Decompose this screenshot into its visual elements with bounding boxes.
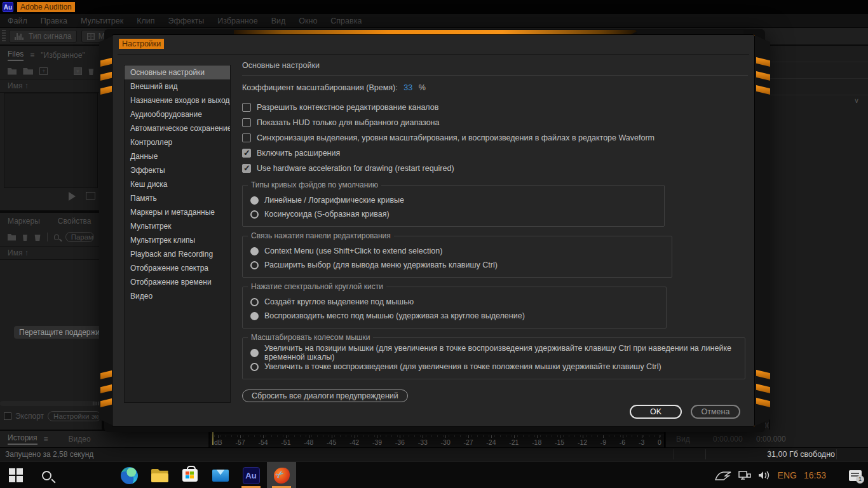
selected-radio[interactable] <box>250 247 259 255</box>
meter-tick-label: -24 <box>486 436 496 446</box>
preferences-category-item[interactable]: Мультитрек <box>125 219 230 233</box>
preferences-category-item[interactable]: Контроллер <box>125 135 230 149</box>
files-name-column[interactable]: Имя ↑ <box>0 79 102 93</box>
preferences-category-item[interactable]: Основные настройки <box>125 65 230 79</box>
new-file-icon[interactable]: + <box>39 67 48 75</box>
export-checkbox[interactable] <box>4 412 11 420</box>
taskbar-explorer-button[interactable] <box>145 462 174 488</box>
tab-history[interactable]: История <box>8 433 37 445</box>
open-file-icon[interactable] <box>8 68 17 75</box>
preferences-category-item[interactable]: Отображение времени <box>125 275 230 289</box>
ok-button[interactable]: OK <box>630 405 682 419</box>
titlebar: Au Adobe Audition <box>0 0 868 14</box>
play-icon[interactable] <box>69 192 76 201</box>
taskbar-active-app-button[interactable]: ✂ <box>267 462 296 488</box>
group-legend: Масштабировать колесом мышки <box>248 333 373 342</box>
preferences-category-item[interactable]: Аудиооборудование <box>125 107 230 121</box>
horizontal-scrollbar[interactable] <box>0 401 97 406</box>
rog-icon[interactable] <box>715 470 731 481</box>
chevron-down-icon[interactable]: ∨ <box>854 97 859 105</box>
meter-tick-label: -57 <box>236 436 245 446</box>
tab-properties[interactable]: Свойства <box>58 217 92 226</box>
checkbox-label: Синхронизация выделения, уровня масштаби… <box>257 133 654 142</box>
unchecked-checkbox[interactable] <box>242 118 251 127</box>
unchecked-checkbox[interactable] <box>242 133 251 142</box>
open-marker-icon[interactable] <box>8 234 16 241</box>
files-list[interactable] <box>4 93 98 188</box>
volume-icon[interactable] <box>758 470 771 480</box>
panel-menu-icon[interactable]: ≡ <box>30 51 34 60</box>
taskbar-audition-button[interactable]: Au <box>236 462 266 488</box>
params-button[interactable]: Парам <box>65 232 94 242</box>
taskbar-search-button[interactable] <box>32 462 61 488</box>
preferences-category-item[interactable]: Эффекты <box>125 163 230 177</box>
unselected-radio[interactable] <box>250 261 259 269</box>
selected-radio[interactable] <box>250 312 259 320</box>
taskbar-edge-button[interactable] <box>114 462 144 488</box>
menu-item[interactable]: Справка <box>330 17 362 25</box>
menu-item[interactable]: Клип <box>137 17 154 25</box>
taskbar-store-button[interactable] <box>175 462 205 488</box>
tab-files[interactable]: Files <box>8 50 24 61</box>
import-file-icon[interactable] <box>23 68 33 75</box>
waveform-view-button[interactable]: Тип сигнала <box>9 30 77 43</box>
radio-row: Context Menu (use Shift+Click to extend … <box>250 244 664 258</box>
preferences-category-item[interactable]: Мультитрек клипы <box>125 233 230 247</box>
preferences-category-item[interactable]: Отображение спектра <box>125 261 230 275</box>
preferences-category-item[interactable]: Автоматическое сохранение <box>125 121 230 135</box>
sort-ascending-icon: ↑ <box>25 81 29 90</box>
tab-markers[interactable]: Маркеры <box>8 217 40 226</box>
menu-item[interactable]: Избранное <box>217 17 257 25</box>
clock[interactable]: 16:53 <box>804 470 826 480</box>
selected-radio[interactable] <box>250 196 259 205</box>
preferences-category-item[interactable]: Кеш диска <box>125 177 230 191</box>
unselected-radio[interactable] <box>250 298 259 306</box>
preferences-category-item[interactable]: Данные <box>125 149 230 163</box>
menu-item[interactable]: Эффекты <box>168 17 204 25</box>
tab-video[interactable]: Видео <box>69 435 91 444</box>
tab-favorites[interactable]: "Избранное" <box>41 51 85 60</box>
taskbar-mail-button[interactable] <box>206 462 235 488</box>
zoom-factor-value[interactable]: 33 <box>403 83 412 92</box>
editor-tool-icon: ✂ <box>273 467 290 484</box>
taskbar: Au ✂ ENG 16:53 1 <box>0 461 868 488</box>
checked-checkbox[interactable] <box>242 164 251 173</box>
trash-icon[interactable] <box>88 67 94 75</box>
checked-checkbox[interactable] <box>242 149 251 158</box>
menu-item[interactable]: Мультитрек <box>81 17 123 25</box>
checkbox-row: Включить расширения <box>242 146 747 161</box>
preferences-category-item[interactable]: Назначение входов и выходов <box>125 93 230 107</box>
view-start-value: 0:00.000 <box>713 435 743 444</box>
unselected-radio[interactable] <box>250 363 259 371</box>
preferences-category-item[interactable]: Маркеры и метаданные <box>125 205 230 219</box>
cancel-button[interactable]: Отмена <box>691 405 740 419</box>
unchecked-checkbox[interactable] <box>242 103 251 112</box>
meter-ruler: dB-57-54-51-48-45-42-39-36-33-30-27-24-2… <box>214 436 661 446</box>
resize-grip[interactable] <box>93 402 99 405</box>
menu-item[interactable]: Файл <box>8 17 27 25</box>
start-button[interactable] <box>1 462 31 488</box>
preferences-category-item[interactable]: Внешний вид <box>125 79 230 93</box>
language-indicator[interactable]: ENG <box>778 470 797 480</box>
zoom-marker-icon[interactable] <box>54 234 58 240</box>
delete-all-markers-icon[interactable] <box>34 233 41 241</box>
menu-item[interactable]: Правка <box>41 17 67 25</box>
loop-icon[interactable] <box>86 192 95 200</box>
unselected-radio[interactable] <box>250 210 259 219</box>
notification-icon[interactable]: 1 <box>849 470 862 481</box>
preferences-category-item[interactable]: Память <box>125 191 230 205</box>
import-media-icon[interactable]: ▾ <box>74 67 82 75</box>
menu-item[interactable]: Вид <box>271 17 286 25</box>
preferences-category-item[interactable]: Playback and Recording <box>125 247 230 261</box>
delete-marker-icon[interactable] <box>22 233 28 241</box>
reset-warnings-button[interactable]: Сбросить все диалоги предупреждений <box>242 390 408 402</box>
preferences-category-list[interactable]: Основные настройкиВнешний видНазначение … <box>124 65 231 403</box>
markers-name-column[interactable]: Имя ↑ <box>0 246 102 260</box>
export-settings-button[interactable]: Настройки экс <box>48 411 101 421</box>
preferences-category-item[interactable]: Видео <box>125 289 230 303</box>
network-icon[interactable] <box>738 470 751 480</box>
meter-tick-label: -54 <box>258 436 268 446</box>
selected-radio[interactable] <box>250 349 259 357</box>
menu-item[interactable]: Окно <box>299 17 317 25</box>
panel-menu-icon[interactable]: ≡ <box>44 435 48 444</box>
